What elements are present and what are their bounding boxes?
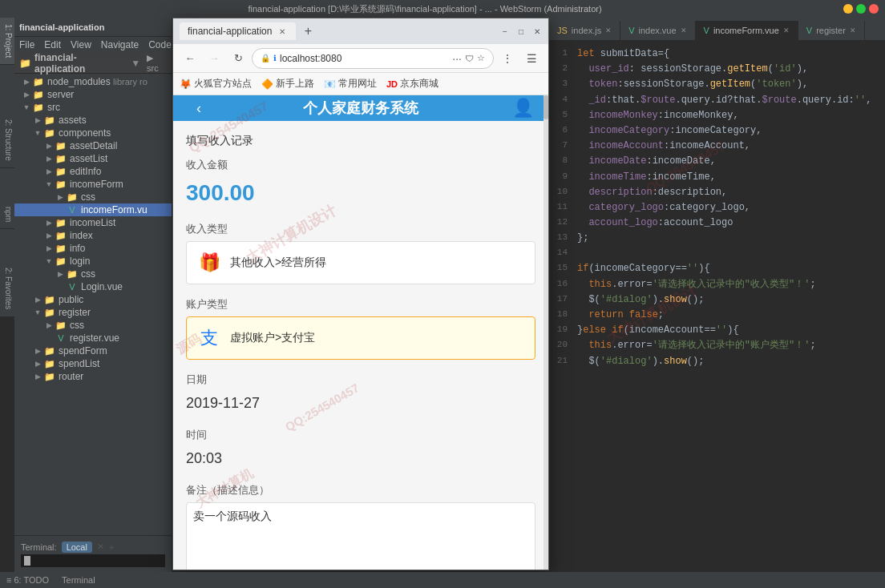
terminal-local[interactable]: Local xyxy=(62,542,92,553)
bookmark-newuser[interactable]: 🔶 新手上路 xyxy=(261,77,314,91)
favorites-tab[interactable]: 2: Favorites xyxy=(0,261,14,316)
browser-tab-active[interactable]: financial-application ✕ xyxy=(180,22,296,40)
tree-label: server xyxy=(47,89,74,100)
tree-label: login xyxy=(70,256,90,267)
user-avatar[interactable]: 👤 xyxy=(510,95,535,121)
todo-status[interactable]: ≡ 6: TODO xyxy=(6,575,49,585)
project-header[interactable]: 📁 financial-application ▼ ▶ src xyxy=(14,53,172,74)
back-button[interactable]: ← xyxy=(180,48,200,69)
bookmark-jd[interactable]: JD 京东商城 xyxy=(386,77,438,91)
terminal-status[interactable]: Terminal xyxy=(62,575,95,585)
tree-router[interactable]: ▶ 📁 router xyxy=(14,370,172,383)
bookmark-common[interactable]: 📧 常用网址 xyxy=(324,77,377,91)
folder-icon: 📁 xyxy=(43,371,56,382)
bookmark-firefox[interactable]: 🦊 火狐官方站点 xyxy=(180,77,252,91)
menu-button[interactable]: ☰ xyxy=(521,48,542,69)
menu-edit[interactable]: Edit xyxy=(44,39,61,50)
tree-edit-info[interactable]: ▶ 📁 editInfo xyxy=(14,165,172,178)
form-area: 填写收入记录 收入金额 300.00 收入类型 🎁 其他收入>经营所得 账户类型… xyxy=(173,121,548,570)
project-arrow: ▼ xyxy=(131,58,140,69)
tree-src[interactable]: ▼ 📁 src xyxy=(14,101,172,114)
account-selector[interactable]: 支 虚拟账户>支付宝 xyxy=(186,316,535,360)
tree-income-form[interactable]: ▼ 📁 incomeForm xyxy=(14,178,172,191)
tree-register-css[interactable]: ▶ 📁 css xyxy=(14,319,172,332)
structure-tab[interactable]: 2: Structure xyxy=(0,113,14,168)
app-back-button[interactable]: ‹ xyxy=(186,95,212,121)
browser-tab-close[interactable]: ✕ xyxy=(277,26,288,37)
browser-minimize[interactable]: − xyxy=(500,26,510,36)
date-value[interactable]: 2019-11-27 xyxy=(186,392,535,415)
tree-label: info xyxy=(70,243,85,254)
tree-login[interactable]: ▼ 📁 login xyxy=(14,255,172,268)
tree-label: index xyxy=(70,230,93,241)
time-value[interactable]: 20:03 xyxy=(186,447,535,470)
menu-file[interactable]: File xyxy=(19,39,34,50)
tree-income-form-vue[interactable]: V incomeForm.vu xyxy=(14,203,172,216)
tab-close[interactable]: ✕ xyxy=(605,26,612,34)
code-line: 14 xyxy=(549,246,885,261)
tab-index-js[interactable]: JS index.js ✕ xyxy=(549,21,620,40)
terminal-cursor xyxy=(24,556,30,566)
code-line: 16 this.error='请选择收入记录中的"收入类型"！'; xyxy=(549,277,885,292)
tree-arrow: ▼ xyxy=(32,129,43,137)
tree-asset-detail[interactable]: ▶ 📁 assetDetail xyxy=(14,139,172,152)
browser-close[interactable]: ✕ xyxy=(532,26,542,36)
tree-server[interactable]: ▶ 📁 server xyxy=(14,88,172,101)
minimize-button[interactable] xyxy=(843,4,853,14)
address-bar[interactable]: 🔒 ℹ localhost:8080 ··· 🛡 ☆ xyxy=(252,48,494,69)
tab-close[interactable]: ✕ xyxy=(681,26,687,34)
folder-icon: 📁 xyxy=(32,89,45,100)
npm-tab[interactable]: npm xyxy=(0,200,14,229)
menu-code[interactable]: Code xyxy=(148,39,172,50)
tree-income-list[interactable]: ▶ 📁 incomeList xyxy=(14,216,172,229)
category-selector[interactable]: 🎁 其他收入>经营所得 xyxy=(186,241,535,284)
tree-spend-form[interactable]: ▶ 📁 spendForm xyxy=(14,344,172,357)
tree-index[interactable]: ▶ 📁 index xyxy=(14,229,172,242)
terminal-close[interactable]: ✕ xyxy=(97,542,104,552)
tree-info[interactable]: ▶ 📁 info xyxy=(14,242,172,255)
ellipsis: ··· xyxy=(452,52,462,65)
tab-register[interactable]: V register ✕ xyxy=(798,21,865,40)
tab-index-vue[interactable]: V index.vue ✕ xyxy=(620,21,695,40)
browser-restore[interactable]: □ xyxy=(516,26,526,36)
tab-close[interactable]: ✕ xyxy=(850,26,856,34)
tab-close[interactable]: ✕ xyxy=(783,26,790,34)
tree-asset-list[interactable]: ▶ 📁 assetList xyxy=(14,152,172,165)
new-tab-button[interactable]: + xyxy=(299,22,317,40)
extensions-button[interactable]: ⋮ xyxy=(497,48,518,69)
tree-spend-list[interactable]: ▶ 📁 spendList xyxy=(14,357,172,370)
code-line: 8 incomeDate:incomeDate, xyxy=(549,154,885,169)
terminal-add[interactable]: + xyxy=(109,542,114,552)
tree-public[interactable]: ▶ 📁 public xyxy=(14,293,172,306)
tree-assets[interactable]: ▶ 📁 assets xyxy=(14,114,172,127)
menu-financial[interactable]: financial-application xyxy=(19,22,104,32)
browser-tab-label: financial-application xyxy=(188,26,272,37)
project-tab[interactable]: 1: Project xyxy=(0,18,14,65)
tree-income-form-css[interactable]: ▶ 📁 css xyxy=(14,191,172,203)
tree-register-vue[interactable]: V register.vue xyxy=(14,332,172,344)
bookmark-icon[interactable]: ☆ xyxy=(477,53,485,63)
reload-button[interactable]: ↻ xyxy=(228,48,249,69)
tree-login-vue[interactable]: V Login.vue xyxy=(14,280,172,293)
maximize-button[interactable] xyxy=(856,4,866,14)
terminal-area: Terminal: Local ✕ + xyxy=(14,535,172,572)
amount-value[interactable]: 300.00 xyxy=(186,177,535,209)
bookmark-label: 火狐官方站点 xyxy=(194,77,252,91)
date-field: 日期 2019-11-27 xyxy=(186,373,535,415)
tree-node-modules[interactable]: ▶ 📁 node_modules library ro xyxy=(14,75,172,88)
tree-register[interactable]: ▼ 📁 register xyxy=(14,306,172,319)
menu-navigate[interactable]: Navigate xyxy=(101,39,139,50)
tab-income-form[interactable]: V incomeForm.vue ✕ xyxy=(696,21,798,40)
tree-login-css[interactable]: ▶ 📁 css xyxy=(14,268,172,280)
menu-view[interactable]: View xyxy=(71,39,91,50)
tab-name: index.vue xyxy=(638,26,676,35)
browser-win-controls: − □ ✕ xyxy=(500,26,542,36)
forward-button[interactable]: → xyxy=(204,48,224,69)
desc-textarea[interactable]: 卖一个源码收入 xyxy=(186,502,535,570)
close-button[interactable] xyxy=(869,4,879,14)
tab-label: V xyxy=(704,26,709,35)
code-line: 1 let submitData={ xyxy=(549,46,885,62)
tree-arrow: ▼ xyxy=(43,180,55,188)
amount-field: 收入金额 300.00 xyxy=(186,158,535,209)
tree-components[interactable]: ▼ 📁 components xyxy=(14,127,172,139)
